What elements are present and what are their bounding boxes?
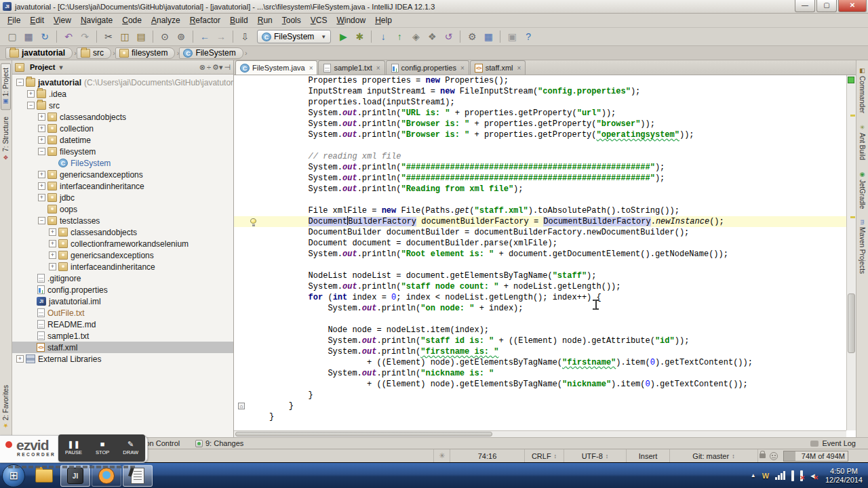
tree-item-externallibraries[interactable]: +External Libraries (12, 353, 233, 365)
tree-expander[interactable]: + (38, 182, 45, 190)
panel-settings-icon[interactable]: ⚙▾ (212, 63, 222, 72)
redo-icon[interactable]: ↷ (77, 29, 93, 44)
open-icon[interactable]: ▢ (4, 29, 20, 44)
tree-expander[interactable]: + (49, 240, 56, 247)
show-hidden-icons-button[interactable]: ▲ (751, 472, 756, 479)
event-log-button[interactable]: Event Log (810, 439, 856, 447)
recorder-draw-button[interactable]: ✎DRAW (123, 441, 138, 455)
horizontal-scrollbar[interactable] (234, 430, 846, 437)
rollback-icon[interactable]: ↺ (440, 29, 456, 44)
code-line-20[interactable]: System.out.println("staff node count: " … (234, 281, 846, 292)
tree-item-staffxml[interactable]: staff.xml (12, 342, 233, 353)
word-tray-icon[interactable]: W (762, 472, 769, 480)
debug-icon[interactable]: ✱ (351, 29, 368, 44)
network-icon[interactable]: ✕ (800, 472, 803, 480)
code-line-15[interactable]: DocumentBuilder documentBuilder = docume… (234, 227, 846, 238)
code-line-17[interactable]: System.out.println("Root element is: " +… (234, 249, 846, 260)
menu-view[interactable]: View (49, 14, 76, 26)
hector-icon[interactable] (770, 452, 778, 460)
editor-tab-configproperties[interactable]: config.properties× (386, 60, 469, 75)
sort-icon[interactable]: ⇩ (237, 29, 253, 44)
hide-panel-icon[interactable]: ⊣ (224, 63, 231, 72)
tree-expander[interactable]: + (49, 263, 56, 270)
close-icon[interactable]: × (309, 64, 313, 72)
taskbar-clock[interactable]: 4:50 PM 12/24/2014 (825, 467, 863, 485)
minimize-button[interactable]: — (795, 0, 815, 12)
sidebar-tab-structure[interactable]: ❖7: Structure (1, 113, 10, 165)
tree-item-filesystem[interactable]: −filesystem (12, 146, 233, 157)
tree-expander[interactable]: + (49, 228, 56, 236)
power-icon[interactable] (791, 472, 794, 480)
run-configuration-combo[interactable]: FileSystem▼ (257, 30, 331, 43)
code-line-2[interactable]: InputStream inputStream1 = new FileInput… (234, 86, 846, 97)
caret-position[interactable]: 74:16 (450, 449, 525, 462)
tree-item-classesandobjects[interactable]: +classesandobjects (12, 226, 233, 238)
copy-icon[interactable]: ◫ (117, 29, 133, 44)
code-line-7[interactable] (234, 140, 846, 151)
menu-edit[interactable]: Edit (25, 14, 49, 26)
tree-item-javatutorialiml[interactable]: javatutorial.iml (12, 296, 233, 307)
tree-item-testclasses[interactable]: −testclasses (12, 215, 233, 226)
sidebar-tab-commander[interactable]: ◧Commander (858, 63, 867, 117)
save-all-icon[interactable]: ▦ (20, 29, 37, 44)
tree-expander[interactable]: + (38, 136, 45, 144)
project-panel-title[interactable]: Project (30, 63, 55, 71)
tree-item-configproperties[interactable]: config.properties (12, 284, 233, 296)
tree-item-collectionframeworkandselenium[interactable]: +collectionframeworkandselenium (12, 238, 233, 249)
code-line-23[interactable] (234, 314, 846, 325)
menu-build[interactable]: Build (225, 14, 253, 26)
code-line-5[interactable]: System.out.println("Browser is: " + prop… (234, 119, 846, 129)
lock-icon[interactable]: ◈ (408, 29, 424, 44)
paste-icon[interactable]: ▤ (133, 29, 149, 44)
code-line-3[interactable]: properties.load(inputStream1); (234, 97, 846, 108)
menu-code[interactable]: Code (117, 14, 146, 26)
sidebar-tab-mavenprojects[interactable]: mMaven Projects (858, 216, 867, 277)
code-line-21[interactable]: for (int index = 0; index < nodeList.get… (234, 292, 846, 303)
tree-item-sample1txt[interactable]: sample1.txt (12, 330, 233, 342)
signal-strength-icon[interactable] (775, 471, 785, 480)
tree-expander[interactable]: − (38, 217, 45, 224)
code-line-14[interactable]: DocumentBuilderFactory documentBuilderFa… (234, 216, 846, 227)
code-line-26[interactable]: System.out.println("firstname is: " (234, 346, 846, 357)
menu-refactor[interactable]: Refactor (185, 14, 225, 26)
sidebar-tab-project[interactable]: ▣1: Project (1, 63, 11, 110)
code-line-9[interactable]: System.out.println("####################… (234, 162, 846, 173)
breadcrumb-item-javatutorial[interactable]: javatutorial (5, 47, 73, 59)
tree-item-datetime[interactable]: +datetime (12, 134, 233, 146)
tree-expander[interactable]: + (49, 251, 56, 259)
fold-marker-icon[interactable]: ⌂ (238, 403, 245, 409)
tree-expander[interactable]: + (38, 171, 45, 178)
code-line-13[interactable]: File xmlFile = new File(Paths.get("staff… (234, 205, 846, 216)
line-separator[interactable]: CRLF↕ (525, 449, 564, 462)
back-icon[interactable]: ← (197, 29, 213, 44)
recorder-stop-button[interactable]: ■STOP (96, 441, 109, 455)
encoding[interactable]: UTF-8↕ (564, 449, 627, 462)
code-line-24[interactable]: Node node = nodeList.item(index); (234, 325, 846, 336)
code-line-22[interactable]: System.out.println("on node: " + index); (234, 303, 846, 314)
code-line-28[interactable]: System.out.println("nickname is: " (234, 368, 846, 379)
code-line-18[interactable] (234, 260, 846, 270)
tree-item-gitignore[interactable]: .gitignore (12, 272, 233, 284)
code-line-32[interactable]: } (234, 411, 846, 422)
vcs-commit-icon[interactable]: ↑ (391, 29, 408, 44)
sidebar-tab-favorites[interactable]: ★2: Favorites (1, 381, 10, 433)
code-line-8[interactable]: // reading xml file (234, 151, 846, 162)
volume-muted-icon[interactable]: ◄✕ (809, 472, 816, 480)
code-editor[interactable]: Properties properties = new Properties()… (234, 75, 846, 430)
code-line-25[interactable]: System.out.println("staff id is: " + ((E… (234, 336, 846, 346)
tree-expander[interactable]: + (38, 113, 45, 121)
vertical-scrollbar-thumb[interactable] (848, 293, 855, 353)
tree-item-jdbc[interactable]: +jdbc (12, 192, 233, 203)
memory-indicator[interactable]: 74M of 494M (783, 451, 848, 462)
tree-item-genericsandexceptions[interactable]: +genericsandexceptions (12, 249, 233, 261)
code-line-19[interactable]: NodeList nodeList = document.getElements… (234, 270, 846, 281)
sidebar-tab-antbuild[interactable]: ✳Ant Build (858, 120, 867, 164)
tree-expander[interactable]: − (27, 102, 35, 109)
code-line-1[interactable]: Properties properties = new Properties()… (234, 75, 846, 86)
tree-expander[interactable]: − (16, 79, 24, 86)
code-line-30[interactable]: } (234, 390, 846, 401)
editor-tab-filesystemjava[interactable]: FileSystem.java× (235, 60, 317, 75)
tree-item-outfiletxt[interactable]: OutFile.txt (12, 307, 233, 319)
synchronize-icon[interactable]: ↻ (37, 29, 53, 44)
changes-tab[interactable]: 9: Changes (195, 439, 243, 447)
